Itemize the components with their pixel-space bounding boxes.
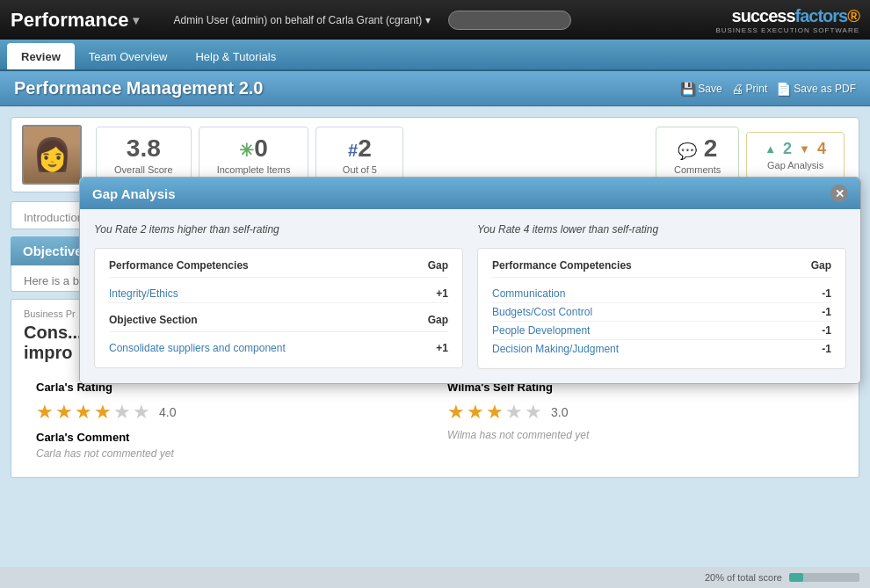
logo-r: ® (847, 6, 859, 25)
gap-left-row-1: Integrity/Ethics +1 (109, 285, 448, 303)
carla-rating-value: 4.0 (159, 405, 176, 419)
gap-left-col1b: Objective Section (109, 314, 198, 326)
gap-left-col2b: Gap (428, 314, 448, 326)
gap-people-link[interactable]: People Development (492, 324, 590, 337)
gap-budgets-val: -1 (822, 306, 831, 318)
toolbar: 💾 Save 🖨 Print 📄 Save as PDF (680, 82, 856, 96)
w-star-3: ★ (486, 401, 504, 424)
pdf-icon: 📄 (776, 82, 791, 96)
save-as-pdf-label: Save as PDF (794, 83, 856, 95)
gap-consolidate-val: +1 (436, 342, 448, 354)
tab-help[interactable]: Help & Tutorials (181, 43, 290, 69)
star-2: ★ (55, 401, 73, 424)
comments-item[interactable]: 💬 2 Comments (656, 127, 739, 183)
app-header: Performance ▾ Admin User (admin) on beha… (0, 0, 870, 40)
modal-close-button[interactable]: ✕ (830, 185, 848, 202)
overall-score-label: Overall Score (114, 164, 173, 175)
incomplete-items-item: ✳0 Incomplete Items (199, 127, 309, 183)
main-content: 👩 3.8 Overall Score ✳0 Incomplete Items … (0, 106, 870, 588)
objective-body-text: Here is a b (24, 274, 79, 287)
comments-label: Comments (674, 164, 721, 175)
gap-label: Gap Analysis (765, 160, 826, 171)
modal-title: Gap Analysis (92, 186, 175, 201)
star-4: ★ (94, 401, 112, 424)
gap-right-heading: You Rate 4 items lower than self-rating (477, 223, 846, 236)
gap-budgets-link[interactable]: Budgets/Cost Control (492, 306, 592, 318)
outof-label: Out of 5 (334, 164, 385, 175)
app-logo: successfactors® BUSINESS EXECUTION SOFTW… (715, 6, 859, 34)
outof-value: #2 (334, 134, 385, 163)
gap-up-value: 2 (783, 140, 792, 158)
incomplete-score-value: ✳0 (217, 134, 291, 163)
gap-integrity-val: +1 (436, 287, 448, 300)
gap-analysis-item[interactable]: ▲ 2 ▼ 4 Gap Analysis (746, 132, 845, 178)
gap-down-value: 4 (817, 140, 826, 158)
gap-consolidate-link[interactable]: Consolidate suppliers and component (109, 342, 286, 354)
gap-right-row-1: Communication -1 (492, 285, 831, 303)
gap-communication-link[interactable]: Communication (492, 287, 565, 300)
gap-decision-val: -1 (822, 343, 831, 355)
gap-down-arrow: ▼ (799, 142, 810, 156)
print-label: Print (746, 83, 768, 95)
search-input[interactable] (448, 11, 571, 30)
page-title-bar: Performance Management 2.0 💾 Save 🖨 Prin… (0, 71, 870, 106)
gap-left-header: Performance Competencies Gap (109, 259, 448, 278)
modal-header: Gap Analysis ✕ (80, 178, 860, 209)
wilma-stars: ★ ★ ★ ★ ★ 3.0 (447, 401, 834, 424)
progress-bar (789, 573, 859, 582)
navbar: Review Team Overview Help & Tutorials (0, 40, 870, 71)
w-star-1: ★ (447, 401, 465, 424)
gap-left-obj-header: Objective Section Gap (109, 314, 448, 332)
app-title-text: Performance (11, 9, 129, 32)
print-button[interactable]: 🖨 Print (731, 82, 768, 96)
gap-right-row-4: Decision Making/Judgment -1 (492, 340, 831, 358)
tab-team-overview-label: Team Overview (89, 50, 168, 63)
overall-score-value: 3.8 (114, 134, 173, 163)
bottom-bar: 20% of total score (0, 567, 870, 588)
intro-label: Introduction (24, 211, 83, 224)
app-title[interactable]: Performance ▾ (11, 9, 139, 32)
save-as-pdf-button[interactable]: 📄 Save as PDF (776, 82, 856, 96)
header-user: Admin User (admin) on behalf of Carla Gr… (174, 14, 431, 26)
carla-stars: ★ ★ ★ ★ ★ ★ 4.0 (36, 401, 423, 424)
star-3: ★ (75, 401, 92, 424)
gap-left-col1: Performance Competencies (109, 259, 249, 272)
tab-team-overview[interactable]: Team Overview (75, 43, 182, 69)
modal-body: You Rate 2 items higher than self-rating… (80, 209, 860, 383)
gap-left-obj-row-1: Consolidate suppliers and component +1 (109, 339, 448, 357)
tab-review[interactable]: Review (7, 43, 75, 69)
gap-up-arrow: ▲ (765, 142, 776, 156)
gap-people-val: -1 (822, 324, 831, 337)
gap-numbers: ▲ 2 ▼ 4 (765, 140, 826, 158)
gap-right-header: Performance Competencies Gap (492, 259, 831, 278)
page-title: Performance Management 2.0 (14, 78, 680, 98)
carla-rating-col: Carla's Rating ★ ★ ★ ★ ★ ★ 4.0 Carla's C… (24, 372, 435, 468)
gap-left-card: Performance Competencies Gap Integrity/E… (94, 248, 463, 368)
overall-score-item: 3.8 Overall Score (96, 127, 192, 183)
gap-analysis-modal: Gap Analysis ✕ You Rate 2 items higher t… (79, 177, 861, 384)
save-button[interactable]: 💾 Save (680, 82, 721, 96)
gap-decision-link[interactable]: Decision Making/Judgment (492, 343, 619, 355)
gap-right-col2: Gap (811, 259, 831, 272)
print-icon: 🖨 (731, 82, 743, 96)
logo-blue: factors (795, 6, 848, 25)
logo-pre: success (732, 6, 795, 25)
gap-left-heading: You Rate 2 items higher than self-rating (94, 223, 463, 236)
modal-right-column: You Rate 4 items lower than self-rating … (477, 223, 846, 369)
save-icon: 💾 (680, 82, 695, 96)
comments-value: 💬 2 (674, 134, 721, 163)
tab-review-label: Review (21, 50, 61, 63)
gap-integrity-link[interactable]: Integrity/Ethics (109, 287, 178, 300)
gap-left-col2: Gap (428, 259, 448, 272)
w-star-2: ★ (467, 401, 484, 424)
tab-help-label: Help & Tutorials (195, 50, 276, 63)
objective-label: Objective (23, 243, 83, 258)
app-dropdown-arrow[interactable]: ▾ (133, 13, 139, 27)
comment-icon: 💬 (678, 142, 697, 160)
header-user-dropdown[interactable]: ▾ (425, 14, 431, 26)
wilma-rating-col: Wilma's Self Rating ★ ★ ★ ★ ★ 3.0 Wilma … (435, 372, 846, 468)
logo-subtitle: BUSINESS EXECUTION SOFTWARE (715, 26, 859, 34)
progress-text: 20% of total score (705, 572, 782, 583)
wilma-comment-text: Wilma has not commented yet (447, 429, 834, 441)
gap-communication-val: -1 (822, 287, 831, 300)
